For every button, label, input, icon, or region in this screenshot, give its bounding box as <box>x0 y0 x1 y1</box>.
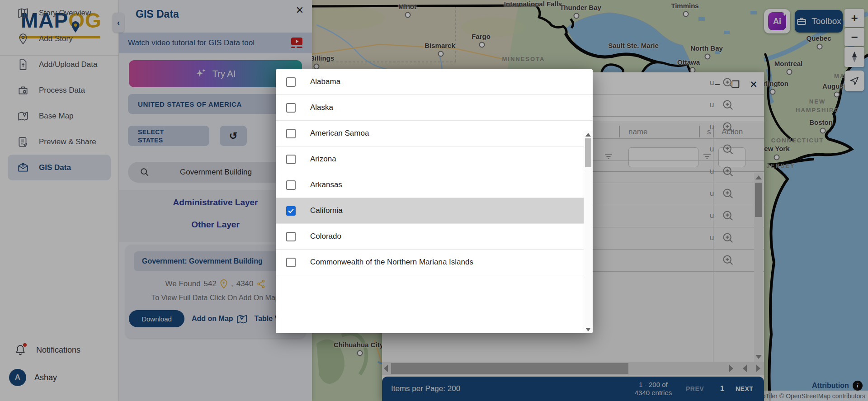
scroll-down-arrow[interactable] <box>585 328 591 331</box>
state-list-item-alabama[interactable]: Alabama <box>276 69 593 95</box>
state-checkbox[interactable] <box>286 155 296 164</box>
state-checkbox[interactable] <box>286 206 296 216</box>
state-list-item-california[interactable]: California <box>276 198 593 224</box>
state-name: Alaska <box>310 103 333 112</box>
state-name: Commonwealth of the Northern Mariana Isl… <box>310 258 473 267</box>
state-checkbox[interactable] <box>286 103 296 113</box>
state-name: Colorado <box>310 232 341 241</box>
state-name: California <box>310 206 343 215</box>
state-list-item-arizona[interactable]: Arizona <box>276 146 593 172</box>
state-name: Arkansas <box>310 180 342 189</box>
state-list-item-commonwealth-of-the-northern-mariana-islands[interactable]: Commonwealth of the Northern Mariana Isl… <box>276 250 593 275</box>
state-list-item-american-samoa[interactable]: American Samoa <box>276 121 593 146</box>
state-list-item-colorado[interactable]: Colorado <box>276 224 593 250</box>
state-name: American Samoa <box>310 129 369 138</box>
state-checkbox[interactable] <box>286 77 296 87</box>
state-checkbox[interactable] <box>286 180 296 190</box>
state-list-item-alaska[interactable]: Alaska <box>276 95 593 121</box>
scroll-up-arrow[interactable] <box>585 133 591 137</box>
state-checkbox[interactable] <box>286 129 296 138</box>
state-name: Alabama <box>310 77 340 86</box>
state-checkbox[interactable] <box>286 258 296 267</box>
app-root: BillingsMinotBismarckFargoInternational … <box>0 0 868 401</box>
select-states-modal: Select States APPLY Alabama <box>276 69 593 333</box>
modal-scrollbar[interactable] <box>584 131 593 333</box>
state-name: Arizona <box>310 155 336 164</box>
scrollbar-thumb[interactable] <box>585 138 591 167</box>
state-checkbox[interactable] <box>286 232 296 241</box>
state-list-item-arkansas[interactable]: Arkansas <box>276 172 593 198</box>
checkmark-icon <box>288 208 294 214</box>
